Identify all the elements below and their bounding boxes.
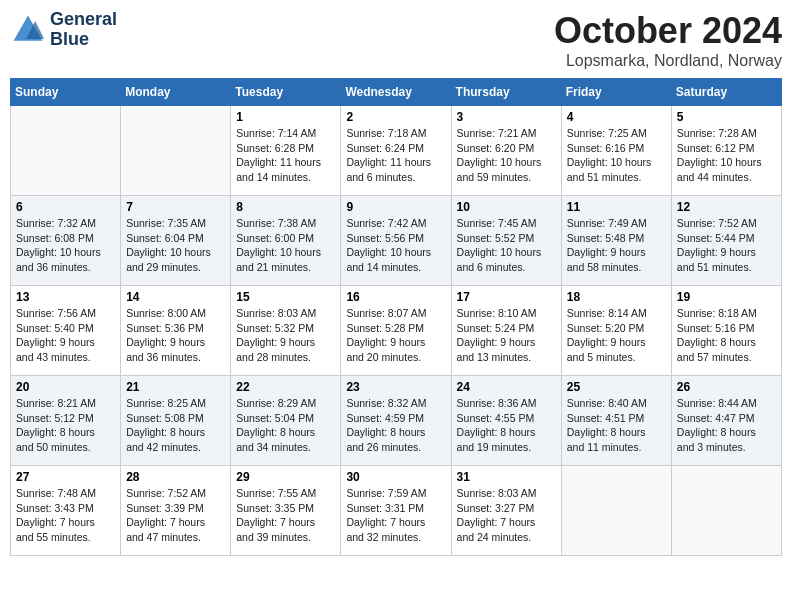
day-number: 15 — [236, 290, 335, 304]
calendar-cell: 27Sunrise: 7:48 AM Sunset: 3:43 PM Dayli… — [11, 466, 121, 556]
week-row-2: 6Sunrise: 7:32 AM Sunset: 6:08 PM Daylig… — [11, 196, 782, 286]
day-number: 13 — [16, 290, 115, 304]
page-header: General Blue October 2024 Lopsmarka, Nor… — [10, 10, 782, 70]
calendar-cell: 2Sunrise: 7:18 AM Sunset: 6:24 PM Daylig… — [341, 106, 451, 196]
calendar-cell: 5Sunrise: 7:28 AM Sunset: 6:12 PM Daylig… — [671, 106, 781, 196]
col-monday: Monday — [121, 79, 231, 106]
calendar-cell: 26Sunrise: 8:44 AM Sunset: 4:47 PM Dayli… — [671, 376, 781, 466]
calendar-cell: 17Sunrise: 8:10 AM Sunset: 5:24 PM Dayli… — [451, 286, 561, 376]
logo: General Blue — [10, 10, 117, 50]
calendar-cell — [671, 466, 781, 556]
calendar-cell: 22Sunrise: 8:29 AM Sunset: 5:04 PM Dayli… — [231, 376, 341, 466]
day-number: 24 — [457, 380, 556, 394]
calendar-cell: 28Sunrise: 7:52 AM Sunset: 3:39 PM Dayli… — [121, 466, 231, 556]
day-number: 9 — [346, 200, 445, 214]
header-row: Sunday Monday Tuesday Wednesday Thursday… — [11, 79, 782, 106]
day-number: 18 — [567, 290, 666, 304]
day-info: Sunrise: 8:25 AM Sunset: 5:08 PM Dayligh… — [126, 396, 225, 455]
day-info: Sunrise: 7:52 AM Sunset: 5:44 PM Dayligh… — [677, 216, 776, 275]
col-thursday: Thursday — [451, 79, 561, 106]
location-title: Lopsmarka, Nordland, Norway — [554, 52, 782, 70]
day-info: Sunrise: 8:32 AM Sunset: 4:59 PM Dayligh… — [346, 396, 445, 455]
calendar-cell — [11, 106, 121, 196]
day-number: 17 — [457, 290, 556, 304]
logo-line2: Blue — [50, 30, 117, 50]
day-info: Sunrise: 7:32 AM Sunset: 6:08 PM Dayligh… — [16, 216, 115, 275]
title-area: October 2024 Lopsmarka, Nordland, Norway — [554, 10, 782, 70]
day-number: 21 — [126, 380, 225, 394]
col-saturday: Saturday — [671, 79, 781, 106]
calendar-cell: 31Sunrise: 8:03 AM Sunset: 3:27 PM Dayli… — [451, 466, 561, 556]
calendar-cell: 7Sunrise: 7:35 AM Sunset: 6:04 PM Daylig… — [121, 196, 231, 286]
calendar-cell: 30Sunrise: 7:59 AM Sunset: 3:31 PM Dayli… — [341, 466, 451, 556]
calendar-cell: 24Sunrise: 8:36 AM Sunset: 4:55 PM Dayli… — [451, 376, 561, 466]
calendar-cell: 8Sunrise: 7:38 AM Sunset: 6:00 PM Daylig… — [231, 196, 341, 286]
day-number: 25 — [567, 380, 666, 394]
day-number: 6 — [16, 200, 115, 214]
day-number: 3 — [457, 110, 556, 124]
day-info: Sunrise: 7:52 AM Sunset: 3:39 PM Dayligh… — [126, 486, 225, 545]
day-info: Sunrise: 7:18 AM Sunset: 6:24 PM Dayligh… — [346, 126, 445, 185]
day-number: 12 — [677, 200, 776, 214]
day-info: Sunrise: 7:38 AM Sunset: 6:00 PM Dayligh… — [236, 216, 335, 275]
day-number: 7 — [126, 200, 225, 214]
logo-line1: General — [50, 10, 117, 30]
calendar-cell: 3Sunrise: 7:21 AM Sunset: 6:20 PM Daylig… — [451, 106, 561, 196]
week-row-5: 27Sunrise: 7:48 AM Sunset: 3:43 PM Dayli… — [11, 466, 782, 556]
day-number: 30 — [346, 470, 445, 484]
day-number: 29 — [236, 470, 335, 484]
day-number: 23 — [346, 380, 445, 394]
day-info: Sunrise: 7:55 AM Sunset: 3:35 PM Dayligh… — [236, 486, 335, 545]
week-row-4: 20Sunrise: 8:21 AM Sunset: 5:12 PM Dayli… — [11, 376, 782, 466]
day-info: Sunrise: 8:29 AM Sunset: 5:04 PM Dayligh… — [236, 396, 335, 455]
calendar-cell: 15Sunrise: 8:03 AM Sunset: 5:32 PM Dayli… — [231, 286, 341, 376]
calendar-cell: 4Sunrise: 7:25 AM Sunset: 6:16 PM Daylig… — [561, 106, 671, 196]
day-info: Sunrise: 8:14 AM Sunset: 5:20 PM Dayligh… — [567, 306, 666, 365]
day-number: 26 — [677, 380, 776, 394]
week-row-3: 13Sunrise: 7:56 AM Sunset: 5:40 PM Dayli… — [11, 286, 782, 376]
day-number: 20 — [16, 380, 115, 394]
day-info: Sunrise: 7:45 AM Sunset: 5:52 PM Dayligh… — [457, 216, 556, 275]
day-number: 10 — [457, 200, 556, 214]
calendar-cell — [561, 466, 671, 556]
calendar-cell: 23Sunrise: 8:32 AM Sunset: 4:59 PM Dayli… — [341, 376, 451, 466]
calendar-cell: 1Sunrise: 7:14 AM Sunset: 6:28 PM Daylig… — [231, 106, 341, 196]
day-info: Sunrise: 8:44 AM Sunset: 4:47 PM Dayligh… — [677, 396, 776, 455]
calendar-cell: 16Sunrise: 8:07 AM Sunset: 5:28 PM Dayli… — [341, 286, 451, 376]
day-info: Sunrise: 7:56 AM Sunset: 5:40 PM Dayligh… — [16, 306, 115, 365]
day-info: Sunrise: 7:28 AM Sunset: 6:12 PM Dayligh… — [677, 126, 776, 185]
calendar-cell: 9Sunrise: 7:42 AM Sunset: 5:56 PM Daylig… — [341, 196, 451, 286]
week-row-1: 1Sunrise: 7:14 AM Sunset: 6:28 PM Daylig… — [11, 106, 782, 196]
calendar-cell: 12Sunrise: 7:52 AM Sunset: 5:44 PM Dayli… — [671, 196, 781, 286]
col-wednesday: Wednesday — [341, 79, 451, 106]
calendar-cell: 21Sunrise: 8:25 AM Sunset: 5:08 PM Dayli… — [121, 376, 231, 466]
day-info: Sunrise: 8:36 AM Sunset: 4:55 PM Dayligh… — [457, 396, 556, 455]
calendar-cell: 11Sunrise: 7:49 AM Sunset: 5:48 PM Dayli… — [561, 196, 671, 286]
day-number: 4 — [567, 110, 666, 124]
calendar-cell: 13Sunrise: 7:56 AM Sunset: 5:40 PM Dayli… — [11, 286, 121, 376]
calendar-cell: 18Sunrise: 8:14 AM Sunset: 5:20 PM Dayli… — [561, 286, 671, 376]
calendar-cell: 10Sunrise: 7:45 AM Sunset: 5:52 PM Dayli… — [451, 196, 561, 286]
calendar-cell: 6Sunrise: 7:32 AM Sunset: 6:08 PM Daylig… — [11, 196, 121, 286]
calendar-cell: 14Sunrise: 8:00 AM Sunset: 5:36 PM Dayli… — [121, 286, 231, 376]
day-info: Sunrise: 7:49 AM Sunset: 5:48 PM Dayligh… — [567, 216, 666, 275]
day-number: 16 — [346, 290, 445, 304]
col-friday: Friday — [561, 79, 671, 106]
day-number: 27 — [16, 470, 115, 484]
col-tuesday: Tuesday — [231, 79, 341, 106]
day-number: 5 — [677, 110, 776, 124]
day-info: Sunrise: 8:07 AM Sunset: 5:28 PM Dayligh… — [346, 306, 445, 365]
day-info: Sunrise: 8:03 AM Sunset: 3:27 PM Dayligh… — [457, 486, 556, 545]
calendar-table: Sunday Monday Tuesday Wednesday Thursday… — [10, 78, 782, 556]
day-info: Sunrise: 8:10 AM Sunset: 5:24 PM Dayligh… — [457, 306, 556, 365]
calendar-cell: 20Sunrise: 8:21 AM Sunset: 5:12 PM Dayli… — [11, 376, 121, 466]
calendar-cell: 29Sunrise: 7:55 AM Sunset: 3:35 PM Dayli… — [231, 466, 341, 556]
day-info: Sunrise: 7:25 AM Sunset: 6:16 PM Dayligh… — [567, 126, 666, 185]
day-info: Sunrise: 8:21 AM Sunset: 5:12 PM Dayligh… — [16, 396, 115, 455]
day-info: Sunrise: 7:21 AM Sunset: 6:20 PM Dayligh… — [457, 126, 556, 185]
month-title: October 2024 — [554, 10, 782, 52]
day-number: 14 — [126, 290, 225, 304]
day-info: Sunrise: 8:18 AM Sunset: 5:16 PM Dayligh… — [677, 306, 776, 365]
day-number: 19 — [677, 290, 776, 304]
day-info: Sunrise: 7:59 AM Sunset: 3:31 PM Dayligh… — [346, 486, 445, 545]
